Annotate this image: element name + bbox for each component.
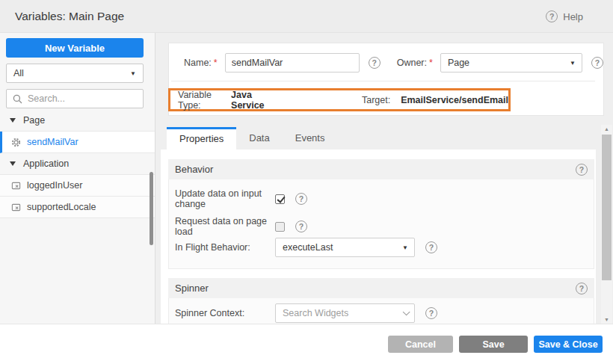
- tree-group-application[interactable]: Application: [0, 153, 155, 175]
- spinner-section-body: Spinner Context: Search Widgets: [168, 298, 594, 324]
- request-data-label: Request data on page load: [175, 216, 275, 237]
- chevron-down-icon: ▼: [130, 70, 136, 77]
- tab-events[interactable]: Events: [283, 127, 338, 149]
- variable-tree: Page sendMailVar Application loggedInUse…: [0, 110, 155, 218]
- title-bar: Variables: Main Page Help: [0, 0, 613, 33]
- spinner-context-row: Spinner Context: Search Widgets: [175, 303, 437, 323]
- variable-type-label: Variable Type:: [178, 90, 221, 111]
- tree-group-label: Page: [23, 115, 45, 126]
- in-flight-behavior-value: executeLast: [283, 242, 333, 253]
- spinner-context-placeholder: Search Widgets: [283, 308, 348, 318]
- in-flight-behavior-label: In Flight Behavior:: [175, 242, 275, 253]
- target-label: Target:: [362, 95, 390, 105]
- save-button[interactable]: Save: [459, 336, 528, 353]
- help-icon[interactable]: [576, 164, 588, 176]
- help-icon[interactable]: [425, 241, 437, 253]
- search-input[interactable]: [28, 93, 125, 104]
- search-box[interactable]: [6, 89, 144, 108]
- tree-item-sendmailvar[interactable]: sendMailVar: [0, 132, 155, 153]
- update-data-label: Update data on input change: [175, 188, 275, 209]
- new-variable-button[interactable]: New Variable: [6, 38, 144, 58]
- footer-bar: Cancel Save Save & Close: [0, 324, 613, 364]
- tab-bar: Properties Data Events: [161, 127, 337, 149]
- page-title: Variables: Main Page: [15, 10, 124, 23]
- search-icon: [13, 94, 22, 104]
- content-scrollbar[interactable]: ▲ ▼: [601, 125, 612, 324]
- scroll-up-icon[interactable]: ▲: [601, 126, 612, 132]
- scroll-down-icon[interactable]: ▼: [601, 317, 612, 322]
- chevron-down-icon: ▼: [570, 60, 576, 67]
- update-data-checkbox[interactable]: [275, 194, 285, 204]
- sidebar-scrollbar-thumb[interactable]: [150, 172, 153, 245]
- owner-select[interactable]: Page ▼: [440, 53, 582, 73]
- chevron-down-icon: [403, 308, 410, 315]
- variable-filter-value: All: [13, 68, 24, 78]
- request-data-checkbox[interactable]: [275, 222, 285, 232]
- help-icon[interactable]: [295, 220, 307, 232]
- tree-group-label: Application: [23, 158, 69, 169]
- target-value: EmailService/sendEmail: [401, 95, 508, 105]
- behavior-section-header: Behavior: [168, 159, 594, 179]
- model-variable-icon: [11, 203, 21, 212]
- in-flight-behavior-select[interactable]: executeLast ▼: [275, 238, 415, 257]
- spinner-context-label: Spinner Context:: [175, 308, 275, 318]
- tab-data[interactable]: Data: [236, 127, 282, 149]
- tree-group-page[interactable]: Page: [0, 110, 155, 132]
- variable-type-value: Java Service: [231, 90, 272, 111]
- divider: [171, 81, 595, 81]
- tree-item-label: sendMailVar: [27, 137, 78, 147]
- help-icon[interactable]: [295, 193, 307, 205]
- tree-item-label: loggedInUser: [27, 180, 82, 191]
- update-data-row: Update data on input change: [175, 188, 307, 209]
- content-scrollbar-thumb[interactable]: [602, 135, 612, 280]
- variable-filter-select[interactable]: All ▼: [6, 64, 144, 83]
- sidebar: New Variable All ▼ Page sendMailVar: [0, 33, 155, 324]
- gear-icon: [11, 138, 21, 147]
- tree-item-loggedinuser[interactable]: loggedInUser: [0, 175, 155, 197]
- help-label: Help: [563, 11, 583, 22]
- caret-down-icon: [10, 118, 16, 123]
- spinner-section: Spinner Spinner Context: Search Widgets: [168, 278, 594, 324]
- required-marker: *: [429, 58, 433, 68]
- save-and-close-button[interactable]: Save & Close: [534, 336, 603, 353]
- tree-item-supportedlocale[interactable]: supportedLocale: [0, 197, 155, 218]
- caret-down-icon: [10, 161, 16, 166]
- help-icon[interactable]: [591, 57, 603, 69]
- behavior-section: Behavior Update data on input change Req…: [168, 159, 594, 269]
- help-icon[interactable]: [576, 283, 588, 294]
- variables-dialog: Variables: Main Page Help New Variable A…: [0, 0, 613, 364]
- help-icon[interactable]: [369, 57, 381, 69]
- required-marker: *: [214, 58, 218, 68]
- behavior-section-title: Behavior: [175, 164, 213, 175]
- chevron-down-icon: ▼: [402, 244, 408, 251]
- variable-meta-panel: Name: * Owner: * Page ▼ Variable Type: J…: [168, 43, 604, 116]
- help-icon: [546, 10, 558, 22]
- name-owner-row: Name: * Owner: * Page ▼: [184, 53, 603, 73]
- behavior-section-body: Update data on input change Request data…: [168, 179, 594, 269]
- request-data-row: Request data on page load: [175, 216, 307, 237]
- name-label: Name:: [184, 58, 212, 68]
- spinner-section-header: Spinner: [168, 278, 594, 298]
- cancel-button[interactable]: Cancel: [388, 336, 453, 353]
- in-flight-behavior-row: In Flight Behavior: executeLast ▼: [175, 238, 437, 257]
- help-icon[interactable]: [425, 307, 437, 319]
- properties-tab-content: Behavior Update data on input change Req…: [161, 149, 596, 324]
- model-variable-icon: [11, 181, 21, 191]
- owner-value: Page: [448, 58, 469, 68]
- spinner-context-select[interactable]: Search Widgets: [275, 303, 415, 323]
- variable-type-highlight: Variable Type: Java Service Target: Emai…: [168, 88, 511, 111]
- spinner-section-title: Spinner: [175, 283, 209, 294]
- tree-item-label: supportedLocale: [27, 202, 96, 212]
- tab-properties[interactable]: Properties: [167, 127, 236, 149]
- owner-label: Owner:: [397, 58, 427, 68]
- help-button[interactable]: Help: [546, 0, 583, 33]
- name-input[interactable]: [225, 53, 360, 73]
